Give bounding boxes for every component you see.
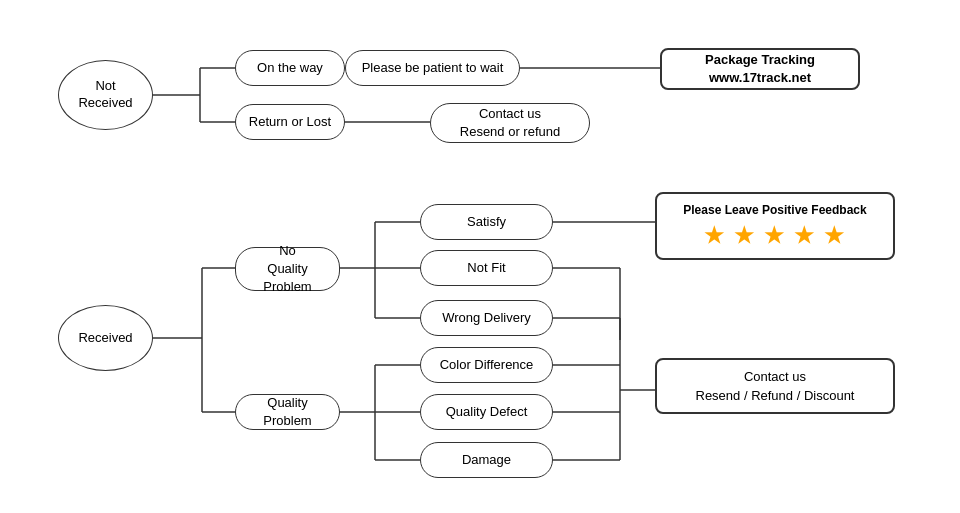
not-received-node: Not Received (58, 60, 153, 130)
stars: ★ ★ ★ ★ ★ (704, 219, 846, 252)
no-quality-problem-node: No Quality Problem (235, 247, 340, 291)
contact-resend-refund-node: Contact us Resend or refund (430, 103, 590, 143)
quality-problem-node: Quality Problem (235, 394, 340, 430)
quality-defect-node: Quality Defect (420, 394, 553, 430)
not-fit-node: Not Fit (420, 250, 553, 286)
wrong-delivery-node: Wrong Delivery (420, 300, 553, 336)
on-the-way-node: On the way (235, 50, 345, 86)
contact-discount-node: Contact us Resend / Refund / Discount (655, 358, 895, 414)
diagram: Not Received On the way Return or Lost P… (0, 0, 960, 513)
return-or-lost-node: Return or Lost (235, 104, 345, 140)
feedback-node: Please Leave Positive Feedback ★ ★ ★ ★ ★ (655, 192, 895, 260)
package-tracking-node: Package Tracking www.17track.net (660, 48, 860, 90)
please-patient-node: Please be patient to wait (345, 50, 520, 86)
damage-node: Damage (420, 442, 553, 478)
color-difference-node: Color Difference (420, 347, 553, 383)
received-node: Received (58, 305, 153, 371)
satisfy-node: Satisfy (420, 204, 553, 240)
